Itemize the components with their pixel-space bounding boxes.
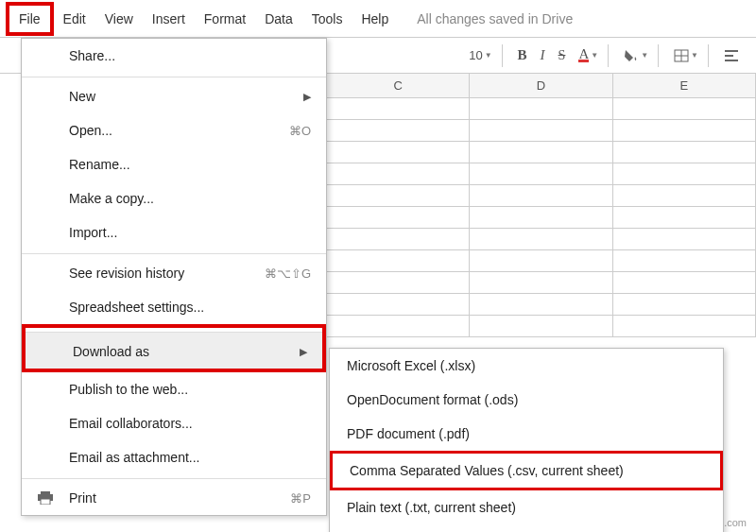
submenu-item-txt[interactable]: Plain text (.txt, current sheet) [330, 490, 723, 524]
fill-color-button[interactable]: ▼ [620, 47, 652, 64]
chevron-down-icon: ▼ [591, 51, 598, 60]
menu-file[interactable]: File [6, 2, 54, 36]
cell[interactable] [327, 294, 470, 315]
cell[interactable] [613, 272, 756, 293]
menu-format[interactable]: Format [195, 6, 255, 32]
cell[interactable] [327, 185, 470, 206]
menu-data[interactable]: Data [255, 6, 302, 32]
chevron-down-icon: ▼ [485, 51, 492, 60]
cell[interactable] [613, 98, 756, 119]
cell[interactable] [613, 120, 756, 141]
italic-button[interactable]: I [537, 45, 549, 65]
cell[interactable] [327, 272, 470, 293]
cell[interactable] [613, 142, 756, 163]
save-status: All changes saved in Drive [417, 11, 573, 26]
cell[interactable] [327, 207, 470, 228]
cell[interactable] [327, 163, 470, 184]
svg-rect-6 [41, 491, 50, 494]
menu-item-rename[interactable]: Rename... [22, 147, 326, 181]
menu-item-email-attachment[interactable]: Email as attachment... [22, 440, 326, 474]
shortcut-label: ⌘P [290, 491, 311, 506]
menu-item-label: New [69, 89, 95, 104]
cell[interactable] [327, 142, 470, 163]
menu-item-label: Print [69, 490, 96, 506]
cell[interactable] [613, 229, 756, 249]
cell[interactable] [327, 229, 470, 249]
menu-item-email-collaborators[interactable]: Email collaborators... [22, 406, 326, 440]
menu-insert[interactable]: Insert [143, 6, 195, 32]
text-color-label: A [578, 48, 589, 62]
column-header-d[interactable]: D [470, 74, 612, 97]
submenu-item-pdf[interactable]: PDF document (.pdf) [330, 417, 723, 451]
menu-item-open[interactable]: Open... ⌘O [22, 113, 326, 147]
align-button[interactable] [720, 47, 743, 64]
strikethrough-button[interactable]: S [555, 46, 570, 65]
cell[interactable] [327, 316, 470, 336]
cell[interactable] [613, 163, 756, 184]
menu-item-new[interactable]: New ▶ [22, 77, 326, 113]
cell[interactable] [470, 207, 612, 228]
shortcut-label: ⌘⌥⇧G [265, 266, 311, 281]
cell[interactable] [613, 207, 756, 228]
cell[interactable] [613, 294, 756, 315]
column-header-c[interactable]: C [327, 74, 470, 97]
menu-item-label: Open... [69, 123, 112, 138]
menu-item-share[interactable]: Share... [22, 39, 326, 73]
cell[interactable] [470, 229, 612, 249]
cell[interactable] [470, 163, 612, 184]
font-size-selector[interactable]: 10 ▼ [465, 46, 495, 64]
cell[interactable] [470, 272, 612, 293]
file-menu-dropdown: Share... New ▶ Open... ⌘O Rename... Make… [21, 38, 327, 516]
cell[interactable] [470, 120, 612, 141]
cell[interactable] [613, 316, 756, 336]
chevron-down-icon: ▼ [641, 51, 648, 60]
menu-item-import[interactable]: Import... [22, 215, 326, 249]
borders-icon [674, 49, 689, 62]
paint-bucket-icon [624, 49, 639, 62]
borders-button[interactable]: ▼ [670, 47, 702, 64]
submenu-item-csv[interactable]: Comma Separated Values (.csv, current sh… [333, 454, 720, 488]
column-header-e[interactable]: E [613, 74, 756, 97]
menu-help[interactable]: Help [352, 6, 398, 32]
align-icon [724, 49, 739, 62]
column-headers: C D E [327, 74, 756, 98]
cell[interactable] [470, 142, 612, 163]
menu-item-make-copy[interactable]: Make a copy... [22, 181, 326, 215]
cell[interactable] [613, 185, 756, 206]
cell[interactable] [470, 98, 612, 119]
download-as-submenu: Microsoft Excel (.xlsx) OpenDocument for… [329, 348, 724, 532]
cell[interactable] [470, 316, 612, 336]
print-icon [37, 491, 54, 505]
cell[interactable] [327, 250, 470, 271]
text-color-button[interactable]: A ▼ [575, 46, 602, 64]
menu-item-label: Download as [73, 344, 149, 359]
menu-item-spreadsheet-settings[interactable]: Spreadsheet settings... [22, 290, 326, 324]
chevron-down-icon: ▼ [691, 51, 698, 60]
menubar: File Edit View Insert Format Data Tools … [0, 0, 756, 38]
svg-rect-8 [41, 499, 50, 505]
menu-view[interactable]: View [95, 6, 143, 32]
menu-item-publish[interactable]: Publish to the web... [22, 372, 326, 406]
menu-item-download-as[interactable]: Download as ▶ [26, 332, 322, 369]
cell[interactable] [470, 250, 612, 271]
menu-item-print[interactable]: Print ⌘P [22, 478, 326, 515]
font-size-value: 10 [469, 48, 482, 62]
menu-edit[interactable]: Edit [54, 6, 95, 32]
cell[interactable] [470, 185, 612, 206]
shortcut-label: ⌘O [289, 124, 311, 138]
submenu-arrow-icon: ▶ [303, 91, 311, 103]
submenu-item-xlsx[interactable]: Microsoft Excel (.xlsx) [330, 349, 723, 383]
submenu-arrow-icon: ▶ [300, 346, 307, 358]
menu-item-label: See revision history [69, 266, 184, 281]
cell[interactable] [327, 120, 470, 141]
cell[interactable] [613, 250, 756, 271]
cell[interactable] [327, 98, 470, 119]
cell[interactable] [470, 294, 612, 315]
submenu-item-html[interactable]: Web page (.html, current sheet) [330, 524, 723, 532]
submenu-item-ods[interactable]: OpenDocument format (.ods) [330, 383, 723, 417]
bold-button[interactable]: B [514, 45, 531, 65]
menu-item-revision-history[interactable]: See revision history ⌘⌥⇧G [22, 253, 326, 290]
menu-tools[interactable]: Tools [302, 6, 352, 32]
